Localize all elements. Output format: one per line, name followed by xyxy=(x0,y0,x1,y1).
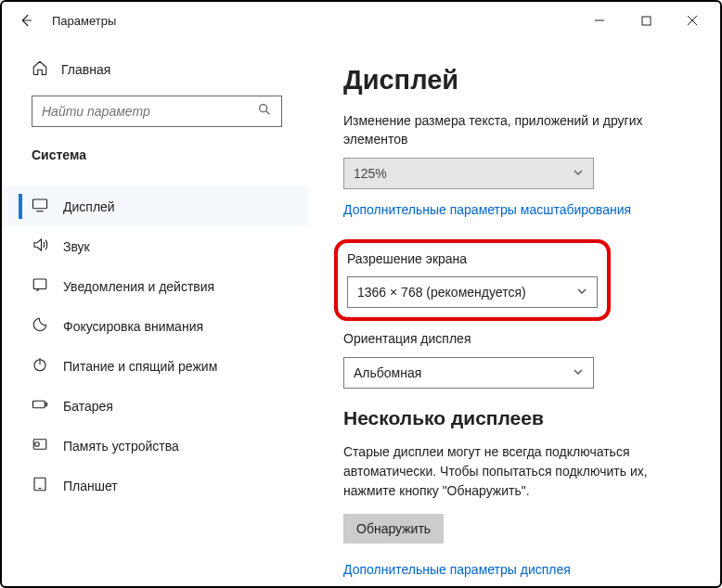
svg-rect-12 xyxy=(45,403,47,406)
orientation-dropdown[interactable]: Альбомная xyxy=(343,357,594,389)
sidebar-item-tablet[interactable]: Планшет xyxy=(2,466,308,505)
scale-dropdown[interactable]: 125% xyxy=(343,158,594,189)
scale-advanced-link[interactable]: Дополнительные параметры масштабирования xyxy=(343,202,685,217)
window-controls xyxy=(579,6,713,35)
search-box[interactable] xyxy=(32,96,282,127)
focus-icon xyxy=(32,316,48,336)
settings-window: Параметры Главная Система Ди xyxy=(0,0,722,588)
sidebar-item-power[interactable]: Питание и спящий режим xyxy=(2,346,308,386)
search-row xyxy=(2,88,308,131)
nav-label: Уведомления и действия xyxy=(63,279,214,294)
multi-displays-help: Старые дисплеи могут не всегда подключат… xyxy=(343,442,685,501)
sidebar: Главная Система Дисплей Звук xyxy=(2,39,308,586)
main-panel: Дисплей Изменение размера текста, прилож… xyxy=(308,39,720,586)
window-title: Параметры xyxy=(52,14,116,28)
scale-value: 125% xyxy=(354,166,387,181)
sidebar-item-battery[interactable]: Батарея xyxy=(2,386,308,426)
sidebar-home[interactable]: Главная xyxy=(2,52,308,88)
svg-point-4 xyxy=(260,105,267,112)
nav-label: Фокусировка внимания xyxy=(63,319,203,334)
storage-icon xyxy=(32,436,48,455)
sidebar-item-sound[interactable]: Звук xyxy=(2,226,308,266)
sidebar-item-focus[interactable]: Фокусировка внимания xyxy=(2,306,308,346)
power-icon xyxy=(32,356,48,376)
resolution-label: Разрешение экрана xyxy=(347,250,598,269)
chevron-down-icon xyxy=(573,365,584,380)
tablet-icon xyxy=(32,476,48,495)
home-icon xyxy=(32,59,48,79)
multi-displays-heading: Несколько дисплеев xyxy=(343,407,685,429)
search-icon xyxy=(257,102,272,121)
titlebar: Параметры xyxy=(2,2,720,39)
back-button[interactable] xyxy=(9,4,43,37)
detect-button[interactable]: Обнаружить xyxy=(343,514,444,543)
notifications-icon xyxy=(32,276,48,296)
page-heading: Дисплей xyxy=(343,65,685,96)
sidebar-item-notifications[interactable]: Уведомления и действия xyxy=(2,266,308,306)
home-label: Главная xyxy=(61,62,110,77)
nav-label: Планшет xyxy=(63,479,118,493)
body: Главная Система Дисплей Звук xyxy=(2,39,720,586)
advanced-display-link[interactable]: Дополнительные параметры дисплея xyxy=(343,562,685,577)
minimize-button[interactable] xyxy=(579,6,620,35)
resolution-highlight: Разрешение экрана 1366 × 768 (рекомендуе… xyxy=(334,239,611,321)
svg-rect-8 xyxy=(33,279,46,289)
scale-label: Изменение размера текста, приложений и д… xyxy=(343,112,685,148)
nav-list: Дисплей Звук Уведомления и действия Фоку… xyxy=(2,186,308,586)
close-button[interactable] xyxy=(672,6,713,35)
resolution-value: 1366 × 768 (рекомендуется) xyxy=(357,285,526,300)
svg-point-14 xyxy=(35,442,40,447)
orientation-label: Ориентация дисплея xyxy=(343,330,685,349)
nav-label: Память устройства xyxy=(63,439,179,454)
nav-label: Питание и спящий режим xyxy=(63,359,217,374)
svg-line-5 xyxy=(266,111,269,114)
maximize-button[interactable] xyxy=(625,6,666,35)
display-icon xyxy=(32,197,48,216)
search-input[interactable] xyxy=(42,104,257,119)
sound-icon xyxy=(32,236,48,256)
section-label: Система xyxy=(2,131,308,173)
nav-label: Звук xyxy=(63,239,90,254)
resolution-dropdown[interactable]: 1366 × 768 (рекомендуется) xyxy=(347,276,598,308)
battery-icon xyxy=(32,396,48,415)
nav-label: Дисплей xyxy=(63,199,115,214)
sidebar-item-storage[interactable]: Память устройства xyxy=(2,426,308,466)
svg-rect-11 xyxy=(33,401,45,408)
nav-label: Батарея xyxy=(63,399,113,414)
chevron-down-icon xyxy=(576,285,587,300)
svg-rect-6 xyxy=(33,199,47,209)
svg-rect-1 xyxy=(642,17,651,25)
chevron-down-icon xyxy=(573,166,584,181)
sidebar-item-display[interactable]: Дисплей xyxy=(2,186,308,226)
orientation-value: Альбомная xyxy=(354,365,421,380)
